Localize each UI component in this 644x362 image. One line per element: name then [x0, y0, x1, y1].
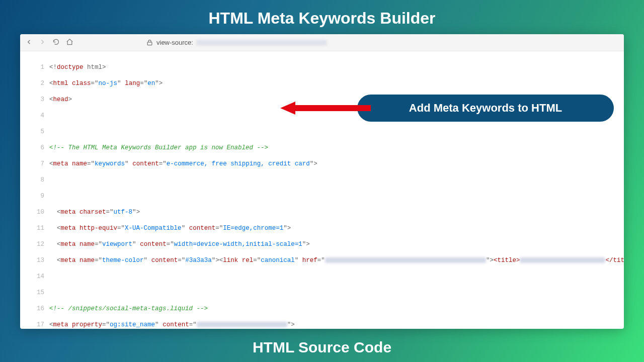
- browser-toolbar: view-source:: [20, 34, 624, 51]
- forward-icon[interactable]: [39, 38, 46, 47]
- url-prefix: view-source:: [156, 39, 193, 46]
- callout-button[interactable]: Add Meta Keywords to HTML: [357, 95, 614, 122]
- reload-icon[interactable]: [52, 38, 60, 47]
- arrow-icon: [280, 102, 371, 115]
- callout-label: Add Meta Keywords to HTML: [409, 102, 562, 115]
- source-code: 1<!doctype html> 2<html class="no-js" la…: [20, 51, 624, 329]
- blurred-text: [520, 257, 605, 263]
- svg-rect-0: [147, 42, 152, 45]
- blurred-text: [325, 257, 486, 263]
- bottom-title: HTML Source Code: [0, 339, 644, 356]
- blurred-url: [196, 40, 327, 46]
- browser-window: view-source: 1<!doctype html> 2<html cla…: [20, 34, 624, 329]
- lock-icon: [146, 39, 153, 46]
- svg-marker-1: [280, 102, 371, 115]
- url-bar[interactable]: view-source:: [146, 39, 327, 46]
- back-icon[interactable]: [25, 38, 33, 47]
- blurred-text: [197, 322, 287, 327]
- page-title: HTML Meta Keywords Builder: [0, 0, 644, 34]
- home-icon[interactable]: [66, 38, 73, 47]
